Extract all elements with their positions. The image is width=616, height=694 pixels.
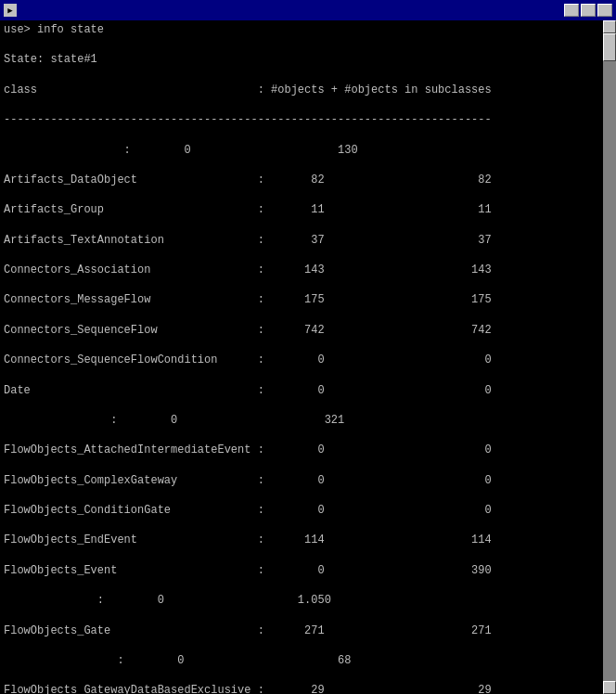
prompt-line: use> info state (4, 22, 599, 37)
table-row: FlowObjects_EndEvent : 114 114 (4, 533, 599, 547)
table-row: FlowObjects_Event : 0 390 (4, 563, 599, 578)
table-row: FlowObjects_GatewayDataBasedExclusive : … (4, 683, 599, 694)
title-bar: ▶ (0, 0, 616, 20)
scroll-down-button[interactable]: ▼ (603, 681, 616, 694)
table-row: Artifacts_TextAnnotation : 37 37 (4, 233, 599, 248)
table-row: FlowObjects_ComplexGateway : 0 0 (4, 473, 599, 488)
table-row: Connectors_MessageFlow : 175 175 (4, 292, 599, 307)
table-row: : 0 130 (4, 143, 599, 158)
close-button[interactable] (597, 4, 612, 17)
table-row: FlowObjects_AttachedIntermediateEvent : … (4, 443, 599, 457)
table-row: : 0 68 (4, 653, 599, 668)
scrollbar[interactable]: ▲ ▼ (603, 20, 616, 694)
table-row: : 0 1.050 (4, 593, 599, 608)
scroll-up-button[interactable]: ▲ (603, 20, 616, 33)
table-row: FlowObjects_Gate : 271 271 (4, 623, 599, 638)
console-window: use> info state State: state#1 class : #… (0, 20, 616, 694)
header-row: class : #objects + #objects in subclasse… (4, 83, 599, 97)
table-row: Connectors_SequenceFlow : 742 742 (4, 323, 599, 338)
table-row: : 0 321 (4, 413, 599, 428)
scroll-track[interactable] (603, 33, 616, 681)
scroll-thumb[interactable] (603, 33, 616, 61)
minimize-button[interactable] (564, 4, 579, 17)
table-row: FlowObjects_ConditionGate : 0 0 (4, 503, 599, 518)
maximize-button[interactable] (581, 4, 596, 17)
console-content: use> info state State: state#1 class : #… (0, 20, 603, 694)
table-row: Connectors_SequenceFlowCondition : 0 0 (4, 353, 599, 367)
table-row: Artifacts_DataObject : 82 82 (4, 173, 599, 187)
table-row: Connectors_Association : 143 143 (4, 263, 599, 277)
window-icon: ▶ (4, 4, 17, 17)
divider: ----------------------------------------… (4, 112, 599, 127)
state-line: State: state#1 (4, 52, 599, 67)
table-row: Artifacts_Group : 11 11 (4, 202, 599, 217)
table-row: Date : 0 0 (4, 383, 599, 398)
